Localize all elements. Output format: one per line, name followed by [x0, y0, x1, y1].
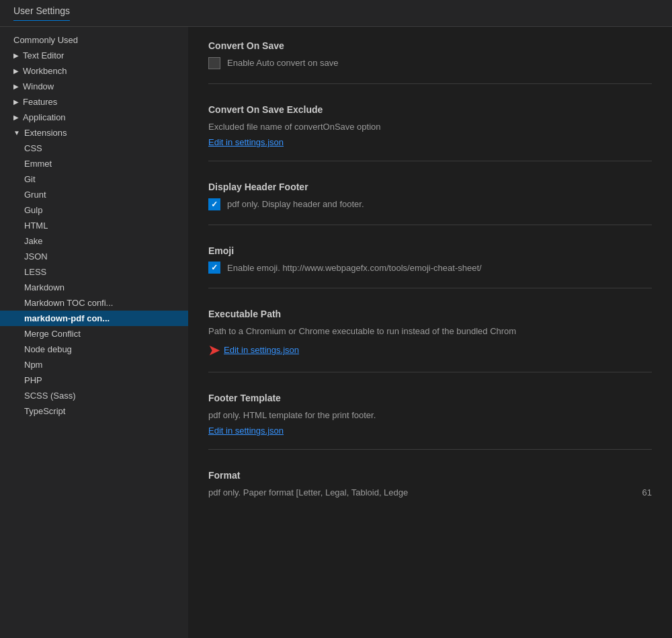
sidebar-label: Text Editor [23, 50, 64, 61]
sidebar-item-css[interactable]: CSS [0, 141, 188, 156]
checkbox-emoji[interactable]: ✓ [208, 262, 220, 274]
collapsed-arrow-icon: ▶ [13, 114, 19, 121]
collapsed-arrow-icon: ▶ [13, 67, 19, 75]
checkmark-icon: ✓ [211, 263, 218, 272]
sidebar-label: TypeScript [24, 406, 65, 416]
sidebar-item-gulp[interactable]: Gulp [0, 202, 188, 218]
toggle-label: Enable emoji. http://www.webpagefx.com/t… [227, 262, 482, 275]
checkbox-display-header-footer[interactable]: ✓ [208, 198, 220, 210]
divider [208, 83, 652, 84]
sidebar-label: Markdown TOC confi... [24, 298, 113, 308]
sidebar-item-markdown[interactable]: Markdown [0, 280, 188, 295]
red-arrow-icon: ➤ [208, 342, 220, 358]
sidebar-label: CSS [24, 143, 42, 153]
sidebar-item-markdown-toc[interactable]: Markdown TOC confi... [0, 295, 188, 311]
sidebar-item-html[interactable]: HTML [0, 218, 188, 233]
sidebar-item-git[interactable]: Git [0, 171, 188, 187]
sidebar-item-window[interactable]: ▶Window [0, 79, 188, 94]
setting-title: Emoji [208, 245, 652, 256]
setting-title: Display Header Footer [208, 182, 652, 192]
format-number: 61 [642, 486, 652, 500]
sidebar-label: Node debug [24, 344, 72, 354]
edit-settings-link-arrow[interactable]: Edit in settings.json [224, 345, 299, 355]
sidebar-item-merge-conflict[interactable]: Merge Conflict [0, 326, 188, 342]
setting-title: Executable Path [208, 309, 652, 319]
sidebar-label: markdown-pdf con... [24, 313, 110, 323]
main-content: Convert On SaveEnable Auto convert on sa… [188, 27, 672, 638]
sidebar-item-scss[interactable]: SCSS (Sass) [0, 388, 188, 403]
setting-display-header-footer: Display Header Footer✓pdf only. Display … [208, 182, 652, 225]
sidebar-item-commonly-used[interactable]: Commonly Used [0, 32, 188, 48]
setting-convert-on-save-exclude: Convert On Save ExcludeExcluded file nam… [208, 104, 652, 162]
setting-title: Footer Template [208, 393, 652, 403]
setting-description: pdf only. HTML template for the print fo… [208, 409, 652, 422]
sidebar-label: Commonly Used [13, 35, 78, 45]
setting-footer-template: Footer Templatepdf only. HTML template f… [208, 393, 652, 450]
sidebar-item-extensions[interactable]: ▼Extensions [0, 125, 188, 141]
checkmark-icon: ✓ [211, 200, 218, 209]
sidebar-label: Npm [24, 360, 42, 370]
edit-settings-link[interactable]: Edit in settings.json [208, 426, 284, 436]
sidebar-label: Gulp [24, 205, 42, 215]
divider [208, 161, 652, 161]
sidebar-label: HTML [24, 221, 48, 231]
sidebar-label: JSON [24, 251, 48, 262]
setting-description: Excluded file name of convertOnSave opti… [208, 120, 652, 134]
checkbox-convert-on-save[interactable] [208, 57, 220, 69]
collapsed-arrow-icon: ▶ [13, 83, 19, 90]
setting-title: Format [208, 470, 652, 481]
toggle-row: ✓pdf only. Display header and footer. [208, 198, 652, 211]
setting-description: pdf only. Paper format [Letter, Legal, T… [208, 486, 652, 500]
page-title: User Settings [13, 5, 70, 21]
sidebar-label: Workbench [23, 66, 67, 76]
link-arrow-row: ➤Edit in settings.json [208, 342, 652, 358]
toggle-row: Enable Auto convert on save [208, 56, 652, 70]
divider [208, 449, 652, 450]
sidebar-item-markdown-pdf[interactable]: markdown-pdf con... [0, 311, 188, 326]
sidebar-item-emmet[interactable]: Emmet [0, 156, 188, 171]
sidebar-item-application[interactable]: ▶Application [0, 110, 188, 125]
sidebar-label: Git [24, 174, 36, 184]
sidebar-label: Features [23, 97, 57, 107]
sidebar-item-workbench[interactable]: ▶Workbench [0, 63, 188, 79]
sidebar-label: LESS [24, 267, 46, 277]
setting-title: Convert On Save Exclude [208, 104, 652, 115]
sidebar-item-jake[interactable]: Jake [0, 233, 188, 249]
sidebar-item-json[interactable]: JSON [0, 249, 188, 264]
expanded-arrow-icon: ▼ [13, 129, 20, 136]
sidebar-label: Application [23, 112, 66, 122]
collapsed-arrow-icon: ▶ [13, 52, 19, 59]
settings-header: User Settings [0, 0, 672, 27]
collapsed-arrow-icon: ▶ [13, 98, 19, 106]
setting-executable-path: Executable PathPath to a Chromium or Chr… [208, 309, 652, 372]
divider [208, 372, 652, 372]
sidebar-label: Emmet [24, 159, 52, 169]
sidebar-item-php[interactable]: PHP [0, 372, 188, 388]
sidebar-label: SCSS (Sass) [24, 391, 76, 401]
setting-description: Path to a Chromium or Chrome executable … [208, 325, 652, 338]
setting-emoji: Emoji✓Enable emoji. http://www.webpagefx… [208, 245, 652, 289]
sidebar-label: Grunt [24, 190, 46, 200]
sidebar-item-typescript[interactable]: TypeScript [0, 403, 188, 419]
setting-title: Convert On Save [208, 40, 652, 51]
sidebar-label: Window [23, 81, 54, 91]
sidebar-label: Markdown [24, 282, 65, 292]
setting-convert-on-save: Convert On SaveEnable Auto convert on sa… [208, 40, 652, 84]
content-area: Commonly Used▶Text Editor▶Workbench▶Wind… [0, 27, 672, 638]
sidebar: Commonly Used▶Text Editor▶Workbench▶Wind… [0, 27, 188, 638]
sidebar-label: Extensions [24, 128, 67, 138]
sidebar-label: Jake [24, 236, 42, 246]
divider [208, 288, 652, 288]
sidebar-item-npm[interactable]: Npm [0, 357, 188, 372]
sidebar-item-less[interactable]: LESS [0, 264, 188, 280]
sidebar-item-node-debug[interactable]: Node debug [0, 342, 188, 357]
divider [208, 225, 652, 225]
toggle-label: pdf only. Display header and footer. [227, 198, 364, 211]
sidebar-item-text-editor[interactable]: ▶Text Editor [0, 48, 188, 63]
toggle-row: ✓Enable emoji. http://www.webpagefx.com/… [208, 262, 652, 275]
edit-settings-link[interactable]: Edit in settings.json [208, 137, 284, 147]
sidebar-item-features[interactable]: ▶Features [0, 94, 188, 110]
sidebar-label: PHP [24, 375, 42, 385]
sidebar-label: Merge Conflict [24, 329, 81, 339]
sidebar-item-grunt[interactable]: Grunt [0, 187, 188, 202]
